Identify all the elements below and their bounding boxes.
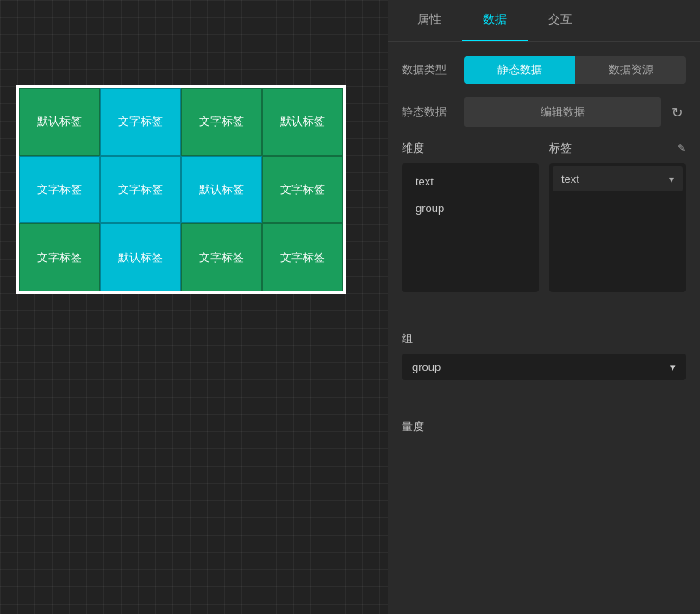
cell-label: 文字标签 (118, 182, 163, 197)
refresh-icon: ↻ (672, 105, 683, 120)
panel-tabs: 属性 数据 交互 (388, 0, 700, 42)
tag-value: text (561, 172, 579, 185)
group-dropdown-arrow: ▾ (670, 360, 676, 373)
grid-cell[interactable]: 文字标签 (181, 223, 262, 291)
dimension-section: 维度 text group (402, 141, 539, 292)
static-data-btn[interactable]: 静态数据 (464, 56, 575, 84)
edit-data-button[interactable]: 编辑数据 (464, 97, 661, 127)
cell-label: 默认标签 (118, 250, 163, 266)
cell-label: 默认标签 (37, 114, 82, 129)
cell-label: 文字标签 (280, 250, 325, 266)
measure-section: 量度 (402, 419, 686, 442)
divider-2 (402, 398, 686, 398)
dimension-item-group: group (409, 197, 532, 220)
grid-cell[interactable]: 文字标签 (181, 88, 262, 156)
grid-cell[interactable]: 默认标签 (19, 88, 100, 156)
grid-widget[interactable]: 默认标签 文字标签 文字标签 默认标签 文字标签 文字标签 默认标签 文字标签 … (17, 86, 345, 293)
cell-label: 文字标签 (118, 114, 163, 129)
data-type-toggle: 静态数据 数据资源 (464, 56, 686, 84)
data-type-row: 数据类型 静态数据 数据资源 (402, 56, 686, 84)
grid-cell[interactable]: 文字标签 (262, 223, 343, 291)
cell-label: 文字标签 (199, 114, 244, 129)
grid-cell[interactable]: 文字标签 (100, 156, 181, 224)
tag-section: 标签 ✎ text ▾ (549, 141, 686, 292)
grid-cell[interactable]: 默认标签 (181, 156, 262, 224)
cell-label: 文字标签 (199, 250, 244, 266)
dimension-header: 维度 (402, 141, 539, 156)
divider (402, 310, 686, 310)
tab-interaction[interactable]: 交互 (528, 0, 593, 41)
tab-data[interactable]: 数据 (462, 0, 528, 41)
cell-label: 文字标签 (37, 250, 82, 266)
group-dropdown[interactable]: group ▾ (402, 354, 686, 380)
group-value: group (412, 360, 441, 373)
grid-cell[interactable]: 默认标签 (100, 223, 181, 291)
tag-edit-icon[interactable]: ✎ (678, 142, 686, 154)
right-panel: 属性 数据 交互 数据类型 静态数据 数据资源 静态数据 编辑数据 ↻ (388, 0, 700, 614)
refresh-button[interactable]: ↻ (668, 101, 686, 124)
grid-cell[interactable]: 文字标签 (262, 156, 343, 224)
tag-dropdown-arrow: ▾ (669, 173, 674, 185)
grid-cell[interactable]: 文字标签 (19, 223, 100, 291)
canvas-area: 默认标签 文字标签 文字标签 默认标签 文字标签 文字标签 默认标签 文字标签 … (0, 0, 388, 614)
group-section: 组 group ▾ (402, 331, 686, 380)
tag-header: 标签 ✎ (549, 141, 686, 156)
cell-label: 默认标签 (280, 114, 325, 129)
data-type-label: 数据类型 (402, 62, 453, 78)
cell-label: 默认标签 (199, 182, 244, 197)
dimension-item-text: text (409, 170, 532, 193)
data-source-btn[interactable]: 数据资源 (575, 56, 686, 84)
dimension-list: text group (402, 163, 539, 292)
static-data-row: 静态数据 编辑数据 ↻ (402, 97, 686, 127)
panel-content: 数据类型 静态数据 数据资源 静态数据 编辑数据 ↻ 维度 (388, 42, 700, 455)
cell-label: 文字标签 (37, 182, 82, 197)
cell-label: 文字标签 (280, 182, 325, 197)
group-section-label: 组 (402, 331, 686, 347)
tab-properties[interactable]: 属性 (397, 0, 462, 41)
tag-dropdown-item[interactable]: text ▾ (553, 166, 683, 191)
grid-cell[interactable]: 文字标签 (19, 156, 100, 224)
dimension-tag-columns: 维度 text group 标签 ✎ (402, 141, 686, 292)
tag-title: 标签 (549, 141, 572, 156)
dimension-title: 维度 (402, 141, 424, 156)
static-data-label: 静态数据 (402, 104, 453, 120)
measure-label: 量度 (402, 419, 686, 435)
grid-cell[interactable]: 默认标签 (262, 88, 343, 156)
tag-dropdown-box: text ▾ (549, 163, 686, 292)
grid-cell[interactable]: 文字标签 (100, 88, 181, 156)
